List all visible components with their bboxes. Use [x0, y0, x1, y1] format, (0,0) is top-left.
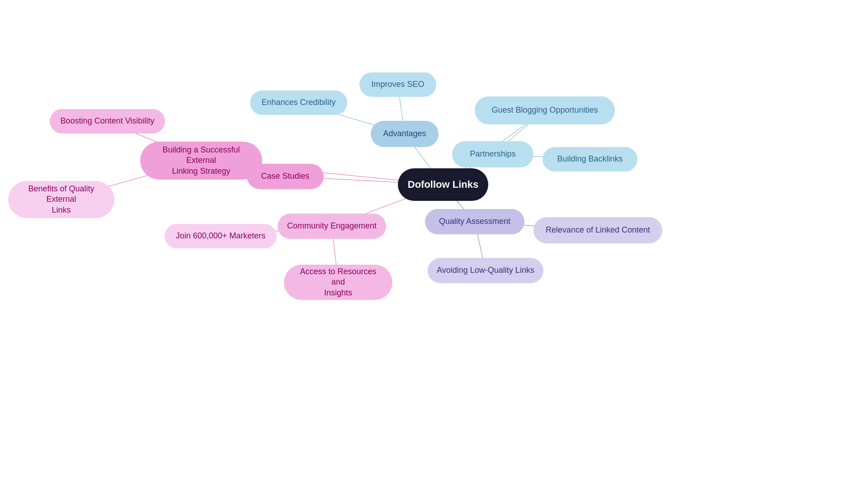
- guest-blogging-label: Guest Blogging Opportunities: [491, 105, 598, 115]
- node-enhances-credibility[interactable]: Enhances Credibility: [250, 90, 347, 115]
- node-boosting-visibility[interactable]: Boosting Content Visibility: [50, 109, 165, 133]
- node-avoiding-low-quality[interactable]: Avoiding Low-Quality Links: [428, 258, 543, 283]
- quality-assessment-label: Quality Assessment: [439, 216, 510, 227]
- node-advantages[interactable]: Advantages: [371, 121, 439, 147]
- node-access-resources[interactable]: Access to Resources and Insights: [284, 265, 392, 300]
- node-building-backlinks[interactable]: Building Backlinks: [542, 147, 637, 171]
- access-resources-label: Access to Resources and Insights: [293, 266, 383, 298]
- center-node[interactable]: Dofollow Links: [398, 168, 488, 201]
- building-strategy-label: Building a Successful External Linking S…: [149, 145, 253, 176]
- advantages-label: Advantages: [383, 128, 426, 139]
- community-engagement-label: Community Engagement: [287, 221, 377, 231]
- node-improves-seo[interactable]: Improves SEO: [359, 72, 436, 97]
- node-community-engagement[interactable]: Community Engagement: [278, 214, 386, 239]
- node-case-studies[interactable]: Case Studies: [247, 164, 324, 189]
- partnerships-label: Partnerships: [470, 149, 515, 159]
- enhances-credibility-label: Enhances Credibility: [261, 97, 335, 108]
- node-relevance[interactable]: Relevance of Linked Content: [533, 217, 662, 243]
- relevance-label: Relevance of Linked Content: [546, 225, 650, 235]
- improves-seo-label: Improves SEO: [371, 79, 424, 90]
- node-join-600k[interactable]: Join 600,000+ Marketers: [165, 224, 277, 248]
- building-backlinks-label: Building Backlinks: [557, 154, 623, 164]
- node-partnerships[interactable]: Partnerships: [452, 141, 533, 167]
- benefits-quality-label: Benefits of Quality External Links: [17, 184, 105, 215]
- join-600k-label: Join 600,000+ Marketers: [176, 231, 266, 241]
- case-studies-label: Case Studies: [261, 171, 309, 181]
- avoiding-low-quality-label: Avoiding Low-Quality Links: [437, 265, 534, 276]
- center-label: Dofollow Links: [408, 178, 478, 191]
- node-building-strategy[interactable]: Building a Successful External Linking S…: [140, 142, 262, 180]
- node-benefits-quality[interactable]: Benefits of Quality External Links: [8, 181, 114, 218]
- node-quality-assessment[interactable]: Quality Assessment: [425, 209, 524, 234]
- node-guest-blogging[interactable]: Guest Blogging Opportunities: [475, 96, 615, 124]
- boosting-visibility-label: Boosting Content Visibility: [61, 116, 155, 126]
